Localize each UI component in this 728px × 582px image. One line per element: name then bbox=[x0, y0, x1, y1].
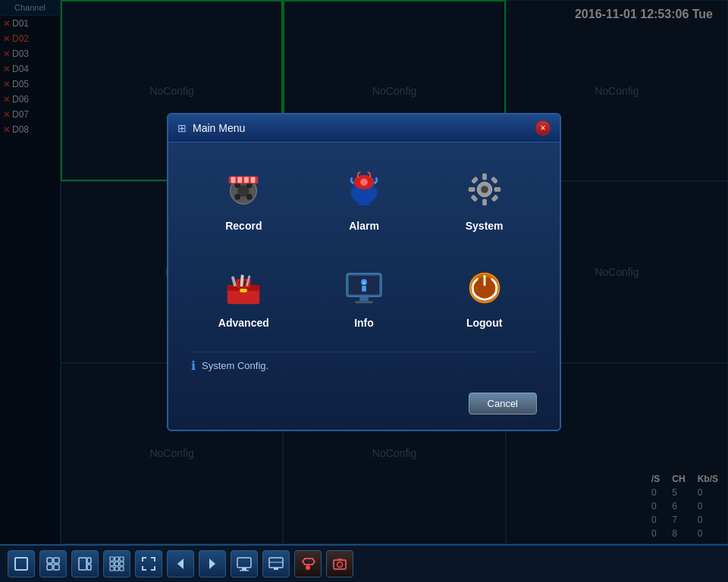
modal-close-button[interactable]: × bbox=[535, 120, 551, 136]
main-menu-modal: ⊞ Main Menu × bbox=[167, 113, 561, 431]
svg-point-14 bbox=[360, 179, 368, 186]
svg-point-70 bbox=[337, 562, 343, 568]
svg-rect-7 bbox=[231, 177, 236, 183]
menu-item-record[interactable]: Record bbox=[191, 158, 297, 239]
svg-rect-56 bbox=[110, 567, 114, 571]
toolbar-quad-view[interactable] bbox=[39, 550, 67, 577]
record-icon bbox=[219, 165, 268, 214]
toolbar-six-view[interactable] bbox=[71, 550, 99, 577]
svg-rect-9 bbox=[244, 177, 249, 183]
svg-rect-47 bbox=[79, 558, 86, 570]
svg-rect-45 bbox=[47, 565, 52, 570]
svg-rect-8 bbox=[238, 177, 243, 183]
svg-rect-44 bbox=[54, 558, 59, 563]
system-icon bbox=[460, 165, 509, 214]
svg-marker-60 bbox=[209, 559, 215, 569]
svg-rect-20 bbox=[494, 187, 500, 192]
svg-point-5 bbox=[246, 194, 253, 200]
svg-point-4 bbox=[235, 194, 241, 200]
svg-rect-62 bbox=[242, 568, 246, 570]
svg-rect-53 bbox=[110, 562, 114, 566]
svg-rect-48 bbox=[87, 558, 91, 563]
svg-rect-43 bbox=[47, 558, 52, 563]
toolbar-nine-view[interactable] bbox=[103, 550, 130, 577]
info-label: Info bbox=[354, 317, 374, 329]
toolbar bbox=[0, 544, 728, 582]
svg-rect-19 bbox=[468, 187, 475, 192]
svg-rect-23 bbox=[470, 194, 478, 202]
svg-rect-46 bbox=[54, 565, 59, 570]
modal-footer: Cancel bbox=[191, 386, 537, 415]
svg-rect-36 bbox=[355, 301, 372, 303]
svg-rect-52 bbox=[120, 557, 124, 561]
svg-rect-55 bbox=[120, 562, 124, 566]
svg-rect-51 bbox=[115, 557, 119, 561]
svg-rect-61 bbox=[237, 558, 251, 568]
svg-rect-35 bbox=[359, 297, 369, 302]
svg-rect-10 bbox=[251, 177, 256, 183]
modal-titlebar: ⊞ Main Menu × bbox=[168, 114, 560, 142]
svg-marker-67 bbox=[303, 559, 315, 565]
menu-item-system[interactable]: System bbox=[431, 158, 537, 239]
svg-point-16 bbox=[481, 186, 488, 193]
cancel-button[interactable]: Cancel bbox=[469, 393, 537, 415]
svg-marker-59 bbox=[177, 559, 184, 569]
svg-rect-50 bbox=[110, 557, 114, 561]
svg-rect-58 bbox=[120, 567, 124, 571]
advanced-label: Advanced bbox=[218, 317, 269, 329]
alarm-label: Alarm bbox=[349, 220, 379, 232]
menu-grid: Record bbox=[191, 158, 537, 336]
alarm-icon bbox=[340, 165, 388, 214]
svg-rect-12 bbox=[358, 202, 369, 205]
svg-rect-42 bbox=[15, 558, 27, 570]
modal-body: Record bbox=[168, 142, 560, 430]
record-label: Record bbox=[225, 220, 262, 232]
svg-rect-57 bbox=[115, 567, 119, 571]
toolbar-prev[interactable] bbox=[167, 550, 194, 577]
svg-rect-54 bbox=[115, 562, 119, 566]
svg-rect-17 bbox=[482, 174, 487, 180]
toolbar-fullscreen[interactable] bbox=[135, 550, 162, 577]
svg-rect-38 bbox=[362, 286, 366, 292]
svg-rect-21 bbox=[471, 177, 479, 184]
logout-icon bbox=[460, 262, 509, 311]
toolbar-monitor[interactable] bbox=[231, 550, 258, 577]
svg-rect-66 bbox=[274, 568, 278, 570]
toolbar-record[interactable] bbox=[294, 550, 322, 577]
svg-rect-18 bbox=[482, 199, 487, 206]
modal-status-bar: ℹ System Config. bbox=[191, 352, 537, 379]
modal-title: ⊞ Main Menu bbox=[177, 122, 245, 134]
advanced-icon bbox=[219, 262, 268, 311]
info-icon: i bbox=[340, 262, 388, 311]
svg-rect-71 bbox=[337, 559, 342, 561]
menu-item-info[interactable]: i Info bbox=[312, 255, 417, 336]
menu-item-logout[interactable]: Logout bbox=[431, 255, 537, 336]
toolbar-display[interactable] bbox=[262, 550, 290, 577]
toolbar-snapshot[interactable] bbox=[326, 550, 353, 577]
modal-title-icon: ⊞ bbox=[177, 122, 187, 134]
svg-rect-24 bbox=[491, 194, 498, 202]
menu-item-alarm[interactable]: Alarm bbox=[312, 158, 417, 239]
system-label: System bbox=[466, 220, 504, 232]
svg-point-68 bbox=[306, 565, 310, 570]
modal-overlay: ⊞ Main Menu × bbox=[0, 0, 728, 544]
svg-rect-32 bbox=[240, 289, 247, 293]
svg-rect-49 bbox=[87, 565, 91, 570]
modal-title-text: Main Menu bbox=[193, 122, 245, 134]
svg-rect-22 bbox=[490, 177, 497, 184]
status-text: System Config. bbox=[202, 360, 268, 371]
menu-item-advanced[interactable]: Advanced bbox=[191, 255, 297, 336]
status-info-icon: ℹ bbox=[191, 358, 196, 373]
toolbar-single-view[interactable] bbox=[8, 550, 35, 577]
logout-label: Logout bbox=[466, 317, 502, 329]
svg-rect-63 bbox=[240, 570, 249, 571]
toolbar-next[interactable] bbox=[199, 550, 226, 577]
